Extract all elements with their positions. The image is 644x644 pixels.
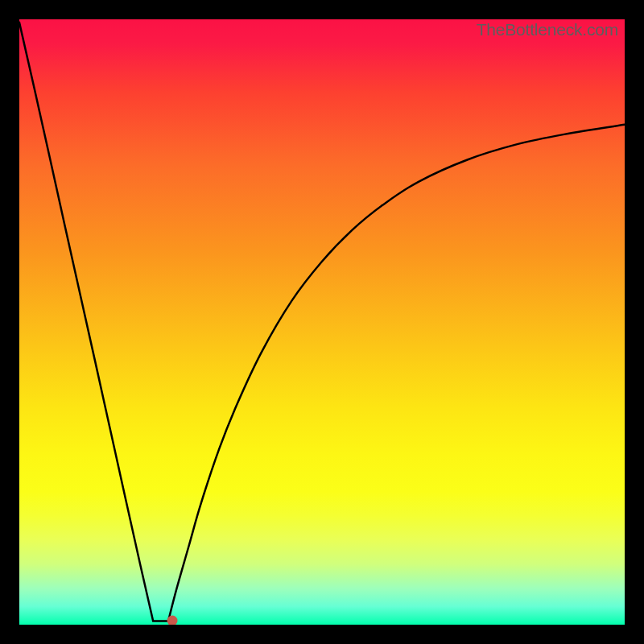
curve-left — [19, 23, 168, 621]
curve-overlay — [19, 19, 625, 625]
watermark-text: TheBottleneck.com — [477, 20, 618, 39]
chart-frame: TheBottleneck.com — [0, 0, 644, 644]
curve-right — [168, 125, 625, 621]
plot-area: TheBottleneck.com — [19, 19, 625, 625]
marker-dot — [167, 616, 177, 625]
